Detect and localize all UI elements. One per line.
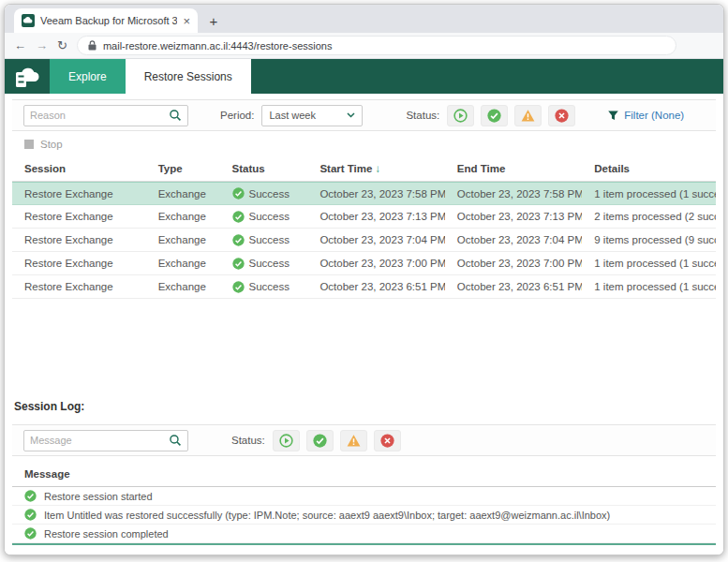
message-input[interactable]	[30, 435, 169, 446]
url-text: mail-restore.weizmann.ac.il:4443/restore…	[103, 40, 333, 52]
app-navbar: Explore Restore Sessions	[5, 59, 723, 94]
session-log-filter-bar: Status:	[12, 424, 716, 456]
lock-icon	[88, 40, 97, 51]
sessions-table: Session Type Status Start Time↓ End Time…	[12, 156, 716, 299]
table-header-row: Session Type Status Start Time↓ End Time…	[12, 156, 716, 182]
log-entry[interactable]: Restore session completed	[12, 525, 716, 543]
status-success-button[interactable]	[481, 105, 508, 126]
log-bottom-border	[12, 543, 716, 555]
close-tab-icon[interactable]: ×	[183, 15, 190, 27]
empty-area	[12, 299, 716, 396]
success-icon	[232, 258, 245, 270]
tab-explore[interactable]: Explore	[50, 59, 126, 94]
new-tab-button[interactable]: +	[201, 8, 226, 33]
status-running-button[interactable]	[447, 105, 474, 126]
success-icon	[487, 109, 501, 123]
success-icon	[24, 509, 37, 521]
status-error-button[interactable]	[548, 105, 575, 126]
period-select[interactable]: Last week	[261, 105, 363, 126]
table-row[interactable]: Restore Exchange Exchange Success Octobe…	[12, 229, 716, 252]
tab-title: Veeam Backup for Microsoft 36	[40, 15, 177, 26]
success-icon	[232, 281, 245, 293]
filter-link-label: Filter (None)	[624, 110, 684, 121]
log-message: Restore session completed	[44, 528, 169, 540]
log-status-label: Status:	[231, 435, 265, 446]
log-message: Restore session started	[44, 491, 153, 502]
table-row[interactable]: Restore Exchange Exchange Success Octobe…	[12, 205, 716, 229]
success-icon	[232, 211, 245, 223]
favicon-veeam-icon	[22, 14, 35, 27]
running-icon	[279, 434, 293, 448]
status-error-button[interactable]	[374, 430, 401, 451]
warning-icon	[521, 109, 535, 123]
stop-icon	[24, 140, 34, 149]
reason-search-box[interactable]	[23, 105, 188, 126]
period-label: Period:	[220, 110, 254, 121]
running-icon	[453, 109, 468, 123]
session-log-title: Session Log:	[12, 396, 716, 419]
status-label: Status:	[406, 110, 439, 121]
error-icon	[555, 109, 569, 123]
browser-window: Veeam Backup for Microsoft 36 × + ← → ↻ …	[4, 4, 724, 555]
back-icon[interactable]: ←	[14, 38, 26, 52]
period-value: Last week	[269, 110, 316, 121]
success-icon	[24, 490, 37, 502]
status-warning-button[interactable]	[340, 430, 367, 451]
status-warning-button[interactable]	[514, 105, 542, 126]
filter-funnel-icon	[607, 110, 619, 122]
success-icon	[232, 187, 245, 200]
status-running-button[interactable]	[273, 430, 300, 451]
forward-icon[interactable]: →	[36, 38, 48, 52]
chevron-down-icon	[347, 112, 355, 118]
sessions-filter-bar: Period: Last week Status:	[12, 99, 716, 131]
warning-icon	[347, 434, 361, 448]
success-icon	[232, 234, 245, 246]
reload-icon[interactable]: ↻	[57, 38, 67, 52]
error-icon	[380, 434, 394, 448]
browser-tab[interactable]: Veeam Backup for Microsoft 36 ×	[14, 8, 198, 33]
status-success-button[interactable]	[306, 430, 334, 451]
sort-desc-icon: ↓	[375, 163, 380, 174]
browser-toolbar: ← → ↻ mail-restore.weizmann.ac.il:4443/r…	[5, 33, 723, 59]
stop-label: Stop	[40, 139, 63, 150]
table-row[interactable]: Restore Exchange Exchange Success Octobe…	[12, 182, 716, 205]
filter-none-link[interactable]: Filter (None)	[607, 110, 684, 122]
tab-restore-sessions[interactable]: Restore Sessions	[126, 59, 251, 94]
log-entry[interactable]: Item Untitled was restored successfully …	[12, 506, 716, 525]
veeam-logo-icon	[5, 59, 50, 94]
search-icon[interactable]	[169, 109, 182, 122]
address-bar[interactable]: mail-restore.weizmann.ac.il:4443/restore…	[77, 36, 676, 55]
main-content: Period: Last week Status:	[5, 94, 723, 555]
log-message: Item Untitled was restored successfully …	[44, 510, 610, 521]
column-header-type[interactable]: Type	[146, 163, 220, 174]
column-header-start-time[interactable]: Start Time↓	[307, 163, 444, 174]
success-icon	[313, 434, 327, 448]
table-row[interactable]: Restore Exchange Exchange Success Octobe…	[12, 275, 716, 299]
column-header-details[interactable]: Details	[582, 163, 716, 174]
reason-input[interactable]	[30, 110, 169, 121]
browser-tab-strip: Veeam Backup for Microsoft 36 × +	[5, 5, 723, 33]
stop-button[interactable]: Stop	[12, 131, 716, 156]
table-row[interactable]: Restore Exchange Exchange Success Octobe…	[12, 252, 716, 275]
log-column-header-message[interactable]: Message	[12, 461, 716, 487]
log-status-filter-group	[273, 430, 401, 451]
column-header-status[interactable]: Status	[220, 163, 308, 174]
status-filter-group	[447, 105, 575, 126]
log-entry[interactable]: Restore session started	[12, 487, 716, 506]
success-icon	[24, 527, 37, 540]
message-search-box[interactable]	[23, 430, 188, 451]
column-header-end-time[interactable]: End Time	[445, 163, 582, 174]
column-header-session[interactable]: Session	[12, 163, 146, 174]
search-icon[interactable]	[169, 434, 182, 447]
